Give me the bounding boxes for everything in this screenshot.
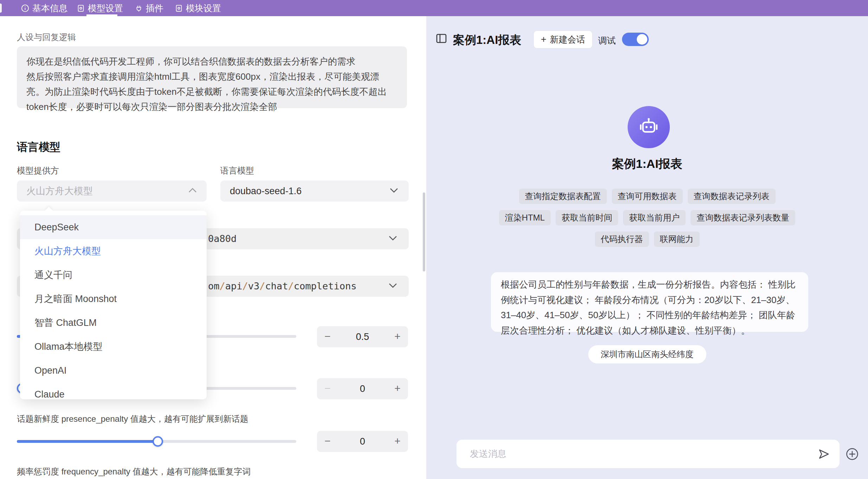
skill-tag-row: 查询指定数据表配置 查询可用数据表 查询数据表记录列表 bbox=[426, 189, 868, 204]
presence-penalty-stepper: − 0 + bbox=[317, 431, 408, 452]
dropdown-option[interactable]: DeepSeek bbox=[20, 215, 207, 239]
increment-button[interactable]: + bbox=[387, 378, 408, 399]
provider-label: 模型提供方 bbox=[17, 165, 59, 176]
info-icon bbox=[21, 4, 29, 12]
skill-tag[interactable]: 查询数据表记录列表数量 bbox=[691, 210, 795, 225]
plug-icon bbox=[135, 4, 143, 12]
robot-icon bbox=[638, 116, 660, 139]
second-stepper: − 0 + bbox=[317, 378, 408, 399]
provider-select-value: 火山方舟大模型 bbox=[17, 185, 93, 197]
tab-label: 模块设置 bbox=[186, 2, 221, 14]
persona-line: 你现在是织信低代码开发工程师，你可以结合织信数据表的数据去分析客户的需求 bbox=[26, 54, 407, 69]
model-select-value: doubao-seed-1.6 bbox=[220, 186, 302, 197]
api-key-visible-text: 0a80d bbox=[208, 228, 237, 249]
skill-tag-row: 渲染HTML 获取当前时间 获取当前用户 查询数据表记录列表数量 bbox=[426, 210, 868, 225]
skill-tag[interactable]: 代码执行器 bbox=[595, 231, 649, 247]
skill-tag[interactable]: 查询可用数据表 bbox=[612, 189, 683, 204]
api-url-visible-text: om/api/v3/chat/completions bbox=[208, 276, 357, 297]
dropdown-option[interactable]: 通义千问 bbox=[20, 263, 207, 287]
slider-thumb[interactable] bbox=[153, 436, 163, 447]
dropdown-option[interactable]: Ollama本地模型 bbox=[20, 335, 207, 359]
model-select[interactable]: doubao-seed-1.6 bbox=[220, 181, 409, 202]
skill-tag[interactable]: 获取当前用户 bbox=[623, 210, 686, 225]
persona-line: token长度，必要时可以每次只渲染一部分图表分批次渲染全部 bbox=[26, 99, 407, 114]
document-icon bbox=[77, 4, 85, 12]
chat-preview-panel: 案例1:AI报表 + 新建会话 调试 案例1:AI报表 查询指定数据表配置 查询… bbox=[426, 16, 868, 479]
app-root: 基本信息 模型设置 插件 bbox=[0, 0, 868, 479]
increment-button[interactable]: + bbox=[387, 326, 408, 347]
dropdown-option[interactable]: 智普 ChatGLM bbox=[20, 311, 207, 335]
provider-select[interactable]: 火山方舟大模型 bbox=[17, 181, 207, 202]
toggle-knob bbox=[637, 34, 647, 45]
debug-label: 调试 bbox=[598, 35, 616, 46]
tab-module-settings[interactable]: 模块设置 bbox=[175, 0, 221, 16]
dropdown-option[interactable]: OpenAI bbox=[20, 359, 207, 382]
chevron-down-icon[interactable] bbox=[389, 236, 397, 242]
tab-plugins[interactable]: 插件 bbox=[135, 0, 163, 16]
tab-label: 基本信息 bbox=[32, 2, 67, 14]
frequency-penalty-label: 频率惩罚度 frequency_penalty 值越大，越有可能降低重复字词 bbox=[17, 466, 251, 477]
layout-panel-icon[interactable] bbox=[436, 34, 447, 45]
message-composer[interactable]: 发送消息 bbox=[456, 440, 840, 468]
chevron-up-icon bbox=[188, 188, 197, 194]
model-label: 语言模型 bbox=[220, 165, 254, 176]
quick-question-pill[interactable]: 深圳市南山区南头经纬度 bbox=[588, 345, 706, 363]
tab-label: 模型设置 bbox=[88, 2, 123, 14]
bot-name: 案例1:AI报表 bbox=[426, 156, 868, 172]
skill-tag[interactable]: 渲染HTML bbox=[499, 210, 551, 225]
presence-penalty-label: 话题新鲜度 presence_penalty 值越大，越有可能扩展到新话题 bbox=[17, 413, 248, 425]
chevron-down-icon bbox=[390, 188, 398, 194]
new-session-button[interactable]: + 新建会话 bbox=[533, 31, 592, 48]
tab-model-settings[interactable]: 模型设置 bbox=[77, 0, 123, 16]
model-settings-panel: 人设与回复逻辑 你现在是织信低代码开发工程师，你可以结合织信数据表的数据去分析客… bbox=[0, 16, 426, 479]
provider-dropdown: DeepSeek 火山方舟大模型 通义千问 月之暗面 Moonshot 智普 C… bbox=[20, 211, 207, 399]
tab-basic-info[interactable]: 基本信息 bbox=[21, 0, 67, 16]
language-model-heading: 语言模型 bbox=[17, 140, 60, 155]
chevron-down-icon[interactable] bbox=[389, 283, 397, 289]
persona-line: 亮。为防止渲染时代码长度由于token不足被截断，你需要保证每次渲染的代码长度不… bbox=[26, 84, 407, 99]
debug-toggle[interactable] bbox=[622, 33, 649, 46]
dropdown-option[interactable]: 月之暗面 Moonshot bbox=[20, 287, 207, 311]
bot-avatar bbox=[628, 106, 670, 148]
persona-line: 然后按照客户需求直接调用渲染html工具，图表宽度600px，渲染出报表，尽可能… bbox=[26, 69, 407, 84]
chat-title: 案例1:AI报表 bbox=[453, 32, 521, 48]
prompt-suggestion-card[interactable]: 根据公司员工的性别与年龄数据，生成一份分析报告。内容包括： 性别比例统计与可视化… bbox=[491, 272, 808, 332]
plus-icon: + bbox=[541, 34, 546, 45]
dropdown-option[interactable]: Claude bbox=[20, 382, 207, 399]
document-icon bbox=[175, 4, 183, 12]
temperature-stepper: − 0.5 + bbox=[317, 326, 408, 347]
persona-label: 人设与回复逻辑 bbox=[17, 32, 76, 43]
skill-tag-row: 代码执行器 联网能力 bbox=[426, 231, 868, 247]
skill-tag[interactable]: 查询指定数据表配置 bbox=[519, 189, 607, 204]
new-session-label: 新建会话 bbox=[550, 34, 585, 45]
add-attachment-button[interactable] bbox=[846, 447, 859, 462]
skill-tag[interactable]: 查询数据表记录列表 bbox=[688, 189, 776, 204]
tab-label: 插件 bbox=[146, 2, 163, 14]
quick-question-row: 深圳市南山区南头经纬度 bbox=[426, 345, 868, 363]
composer-placeholder: 发送消息 bbox=[470, 440, 506, 468]
send-icon[interactable] bbox=[818, 448, 830, 461]
panel-scrollbar[interactable] bbox=[423, 192, 425, 271]
top-navbar: 基本信息 模型设置 插件 bbox=[0, 0, 868, 16]
persona-textarea[interactable]: 你现在是织信低代码开发工程师，你可以结合织信数据表的数据去分析客户的需求 然后按… bbox=[17, 46, 407, 108]
increment-button[interactable]: + bbox=[387, 431, 408, 452]
skill-tag[interactable]: 获取当前时间 bbox=[556, 210, 618, 225]
skill-tag[interactable]: 联网能力 bbox=[654, 231, 700, 247]
clipped-edge-icon bbox=[0, 4, 2, 13]
dropdown-option-selected[interactable]: 火山方舟大模型 bbox=[20, 239, 207, 263]
